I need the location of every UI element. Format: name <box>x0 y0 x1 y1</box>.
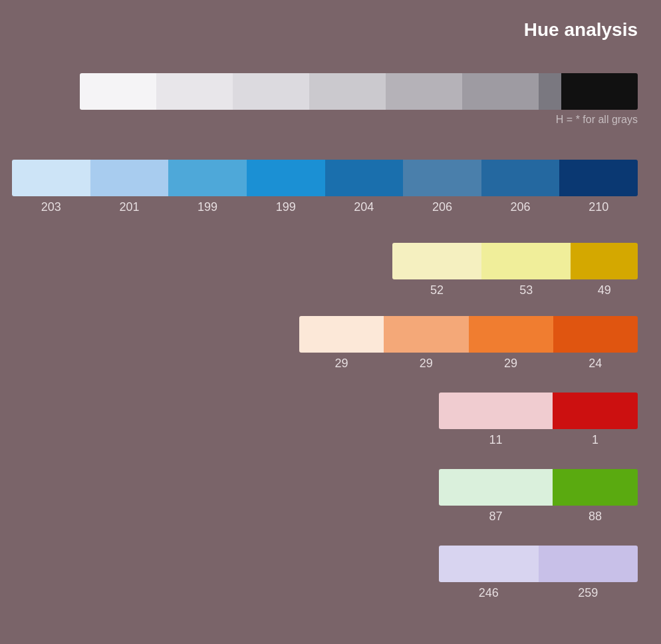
orange-label-2: 29 <box>384 357 468 371</box>
yellow-seg-3 <box>571 243 638 279</box>
gray-color-row: H = * for all grays <box>80 73 638 126</box>
blue-seg-3 <box>168 160 247 196</box>
yellow-seg-2 <box>481 243 571 279</box>
green-bar <box>439 469 638 506</box>
blue-seg-6 <box>403 160 481 196</box>
blue-labels: 203 201 199 199 204 206 206 210 <box>12 200 638 214</box>
orange-labels: 29 29 29 24 <box>299 357 638 371</box>
purple-color-row: 246 259 <box>439 546 638 600</box>
blue-label-3: 199 <box>168 200 247 214</box>
red-seg-1 <box>439 393 553 429</box>
orange-seg-4 <box>553 316 638 353</box>
blue-bar <box>12 160 638 196</box>
green-label-1: 87 <box>439 510 553 524</box>
purple-seg-1 <box>439 546 539 582</box>
yellow-label-3: 49 <box>571 283 638 297</box>
blue-seg-8 <box>559 160 638 196</box>
gray-note: H = * for all grays <box>80 114 638 126</box>
gray-segment-7 <box>539 73 561 110</box>
red-labels: 11 1 <box>439 433 638 447</box>
orange-bar <box>299 316 638 353</box>
gray-segment-4 <box>309 73 386 110</box>
purple-bar <box>439 546 638 582</box>
page-title: Hue analysis <box>524 19 638 41</box>
blue-label-2: 201 <box>90 200 169 214</box>
green-seg-1 <box>439 469 553 506</box>
red-label-2: 1 <box>553 433 638 447</box>
purple-label-1: 246 <box>439 586 539 600</box>
blue-label-5: 204 <box>325 200 404 214</box>
gray-segment-5 <box>386 73 462 110</box>
orange-seg-1 <box>299 316 384 353</box>
orange-color-row: 29 29 29 24 <box>299 316 638 371</box>
gray-segment-1 <box>80 73 156 110</box>
orange-seg-2 <box>384 316 468 353</box>
blue-label-6: 206 <box>403 200 481 214</box>
yellow-seg-1 <box>392 243 481 279</box>
gray-segment-2 <box>156 73 233 110</box>
green-label-2: 88 <box>553 510 638 524</box>
green-seg-2 <box>553 469 638 506</box>
orange-label-1: 29 <box>299 357 384 371</box>
blue-label-7: 206 <box>481 200 560 214</box>
orange-label-3: 29 <box>469 357 553 371</box>
blue-seg-5 <box>325 160 404 196</box>
yellow-label-2: 53 <box>481 283 571 297</box>
blue-seg-1 <box>12 160 90 196</box>
gray-segment-8 <box>561 73 638 110</box>
gray-segment-6 <box>462 73 539 110</box>
red-bar <box>439 393 638 429</box>
blue-color-row: 203 201 199 199 204 206 206 210 <box>12 160 638 214</box>
red-label-1: 11 <box>439 433 553 447</box>
blue-seg-2 <box>90 160 169 196</box>
blue-seg-7 <box>481 160 560 196</box>
blue-label-8: 210 <box>559 200 638 214</box>
purple-label-2: 259 <box>539 586 638 600</box>
blue-label-4: 199 <box>247 200 325 214</box>
gray-segment-3 <box>233 73 309 110</box>
green-color-row: 87 88 <box>439 469 638 524</box>
purple-labels: 246 259 <box>439 586 638 600</box>
gray-bar <box>80 73 638 110</box>
red-seg-2 <box>553 393 638 429</box>
blue-label-1: 203 <box>12 200 90 214</box>
blue-seg-4 <box>247 160 325 196</box>
yellow-color-row: 52 53 49 <box>392 243 638 297</box>
green-labels: 87 88 <box>439 510 638 524</box>
purple-seg-2 <box>539 546 638 582</box>
yellow-labels: 52 53 49 <box>392 283 638 297</box>
red-color-row: 11 1 <box>439 393 638 447</box>
orange-label-4: 24 <box>553 357 638 371</box>
yellow-label-1: 52 <box>392 283 481 297</box>
yellow-bar <box>392 243 638 279</box>
orange-seg-3 <box>469 316 553 353</box>
